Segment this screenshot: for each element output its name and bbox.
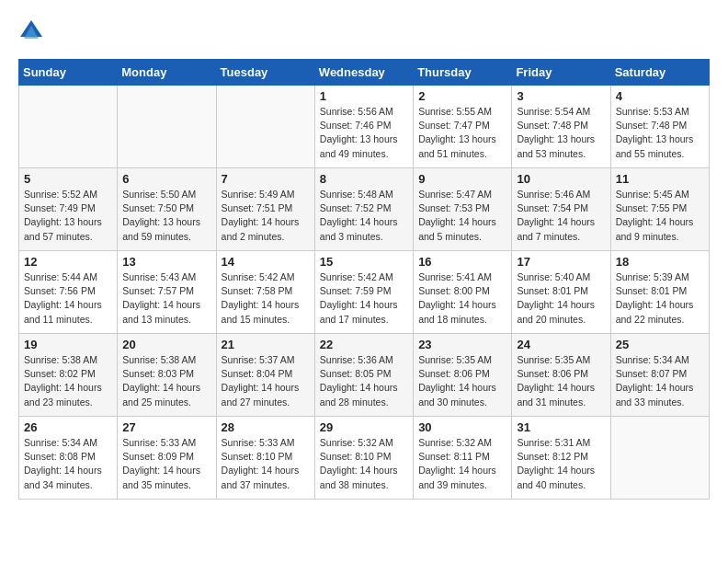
calendar-day-cell: 10Sunrise: 5:46 AMSunset: 7:54 PMDayligh…	[512, 168, 610, 251]
day-header-tuesday: Tuesday	[216, 60, 314, 86]
calendar-day-cell: 29Sunrise: 5:32 AMSunset: 8:10 PMDayligh…	[314, 417, 413, 500]
day-info: Sunrise: 5:56 AMSunset: 7:46 PMDaylight:…	[320, 105, 408, 161]
calendar-day-cell: 5Sunrise: 5:52 AMSunset: 7:49 PMDaylight…	[19, 168, 118, 251]
calendar-header-row: SundayMondayTuesdayWednesdayThursdayFrid…	[19, 60, 710, 86]
day-number: 2	[418, 89, 506, 103]
day-info: Sunrise: 5:48 AMSunset: 7:52 PMDaylight:…	[320, 188, 408, 244]
day-number: 29	[320, 420, 408, 434]
calendar-day-cell: 1Sunrise: 5:56 AMSunset: 7:46 PMDaylight…	[314, 86, 413, 168]
logo	[18, 18, 48, 44]
calendar-day-cell	[216, 86, 314, 168]
day-number: 30	[418, 420, 506, 434]
calendar-week-row: 12Sunrise: 5:44 AMSunset: 7:56 PMDayligh…	[19, 251, 710, 334]
calendar-day-cell: 16Sunrise: 5:41 AMSunset: 8:00 PMDayligh…	[414, 251, 512, 334]
day-number: 14	[222, 255, 310, 269]
day-number: 9	[418, 172, 506, 186]
calendar-day-cell: 30Sunrise: 5:32 AMSunset: 8:11 PMDayligh…	[414, 417, 512, 500]
day-info: Sunrise: 5:47 AMSunset: 7:53 PMDaylight:…	[418, 188, 506, 244]
day-number: 24	[517, 338, 605, 351]
day-number: 23	[418, 338, 506, 351]
calendar-day-cell: 3Sunrise: 5:54 AMSunset: 7:48 PMDaylight…	[512, 86, 610, 168]
day-info: Sunrise: 5:53 AMSunset: 7:48 PMDaylight:…	[616, 105, 704, 161]
day-info: Sunrise: 5:41 AMSunset: 8:00 PMDaylight:…	[418, 270, 506, 327]
calendar-day-cell: 28Sunrise: 5:33 AMSunset: 8:10 PMDayligh…	[216, 417, 314, 500]
calendar-week-row: 5Sunrise: 5:52 AMSunset: 7:49 PMDaylight…	[19, 168, 710, 251]
calendar-day-cell: 31Sunrise: 5:31 AMSunset: 8:12 PMDayligh…	[512, 417, 610, 500]
day-header-friday: Friday	[512, 60, 610, 86]
day-info: Sunrise: 5:45 AMSunset: 7:55 PMDaylight:…	[616, 188, 704, 244]
day-info: Sunrise: 5:40 AMSunset: 8:01 PMDaylight:…	[517, 270, 605, 327]
calendar-day-cell: 2Sunrise: 5:55 AMSunset: 7:47 PMDaylight…	[414, 86, 512, 168]
calendar-week-row: 1Sunrise: 5:56 AMSunset: 7:46 PMDaylight…	[19, 86, 710, 168]
calendar-day-cell: 6Sunrise: 5:50 AMSunset: 7:50 PMDaylight…	[118, 168, 216, 251]
day-number: 5	[24, 172, 112, 186]
day-number: 25	[616, 338, 704, 351]
day-info: Sunrise: 5:33 AMSunset: 8:10 PMDaylight:…	[222, 436, 310, 492]
day-number: 8	[320, 172, 408, 186]
calendar-day-cell: 19Sunrise: 5:38 AMSunset: 8:02 PMDayligh…	[19, 334, 118, 417]
day-info: Sunrise: 5:44 AMSunset: 7:56 PMDaylight:…	[24, 270, 112, 327]
day-info: Sunrise: 5:38 AMSunset: 8:02 PMDaylight:…	[24, 353, 112, 409]
day-info: Sunrise: 5:34 AMSunset: 8:07 PMDaylight:…	[616, 353, 704, 409]
logo-icon	[18, 18, 44, 44]
day-info: Sunrise: 5:34 AMSunset: 8:08 PMDaylight:…	[24, 436, 112, 492]
calendar-day-cell: 15Sunrise: 5:42 AMSunset: 7:59 PMDayligh…	[314, 251, 413, 334]
day-number: 22	[320, 338, 408, 351]
calendar-day-cell: 12Sunrise: 5:44 AMSunset: 7:56 PMDayligh…	[19, 251, 118, 334]
calendar-day-cell: 7Sunrise: 5:49 AMSunset: 7:51 PMDaylight…	[216, 168, 314, 251]
day-info: Sunrise: 5:42 AMSunset: 7:58 PMDaylight:…	[222, 270, 310, 327]
day-info: Sunrise: 5:52 AMSunset: 7:49 PMDaylight:…	[24, 188, 112, 244]
day-number: 4	[616, 89, 704, 103]
calendar-day-cell: 17Sunrise: 5:40 AMSunset: 8:01 PMDayligh…	[512, 251, 610, 334]
calendar-day-cell: 9Sunrise: 5:47 AMSunset: 7:53 PMDaylight…	[414, 168, 512, 251]
day-info: Sunrise: 5:32 AMSunset: 8:11 PMDaylight:…	[418, 436, 506, 492]
calendar-day-cell: 27Sunrise: 5:33 AMSunset: 8:09 PMDayligh…	[118, 417, 216, 500]
day-number: 31	[517, 420, 605, 434]
day-info: Sunrise: 5:50 AMSunset: 7:50 PMDaylight:…	[122, 188, 210, 244]
day-header-saturday: Saturday	[610, 60, 709, 86]
calendar-day-cell: 23Sunrise: 5:35 AMSunset: 8:06 PMDayligh…	[414, 334, 512, 417]
day-header-wednesday: Wednesday	[314, 60, 413, 86]
calendar-day-cell	[610, 417, 709, 500]
day-number: 3	[517, 89, 605, 103]
day-number: 1	[320, 89, 408, 103]
calendar-day-cell: 26Sunrise: 5:34 AMSunset: 8:08 PMDayligh…	[19, 417, 118, 500]
calendar-day-cell: 13Sunrise: 5:43 AMSunset: 7:57 PMDayligh…	[118, 251, 216, 334]
day-info: Sunrise: 5:38 AMSunset: 8:03 PMDaylight:…	[122, 353, 210, 409]
day-info: Sunrise: 5:37 AMSunset: 8:04 PMDaylight:…	[222, 353, 310, 409]
day-info: Sunrise: 5:36 AMSunset: 8:05 PMDaylight:…	[320, 353, 408, 409]
calendar-week-row: 19Sunrise: 5:38 AMSunset: 8:02 PMDayligh…	[19, 334, 710, 417]
day-number: 27	[122, 420, 210, 434]
day-info: Sunrise: 5:54 AMSunset: 7:48 PMDaylight:…	[517, 105, 605, 161]
day-number: 19	[24, 338, 112, 351]
day-number: 17	[517, 255, 605, 269]
calendar-day-cell: 14Sunrise: 5:42 AMSunset: 7:58 PMDayligh…	[216, 251, 314, 334]
day-header-monday: Monday	[118, 60, 216, 86]
calendar-day-cell: 21Sunrise: 5:37 AMSunset: 8:04 PMDayligh…	[216, 334, 314, 417]
day-info: Sunrise: 5:43 AMSunset: 7:57 PMDaylight:…	[122, 270, 210, 327]
day-info: Sunrise: 5:42 AMSunset: 7:59 PMDaylight:…	[320, 270, 408, 327]
day-number: 18	[616, 255, 704, 269]
day-number: 21	[222, 338, 310, 351]
day-info: Sunrise: 5:33 AMSunset: 8:09 PMDaylight:…	[122, 436, 210, 492]
day-number: 26	[24, 420, 112, 434]
calendar-day-cell: 20Sunrise: 5:38 AMSunset: 8:03 PMDayligh…	[118, 334, 216, 417]
day-number: 11	[616, 172, 704, 186]
day-info: Sunrise: 5:35 AMSunset: 8:06 PMDaylight:…	[517, 353, 605, 409]
day-number: 13	[122, 255, 210, 269]
day-info: Sunrise: 5:32 AMSunset: 8:10 PMDaylight:…	[320, 436, 408, 492]
day-info: Sunrise: 5:55 AMSunset: 7:47 PMDaylight:…	[418, 105, 506, 161]
calendar-week-row: 26Sunrise: 5:34 AMSunset: 8:08 PMDayligh…	[19, 417, 710, 500]
day-header-sunday: Sunday	[19, 60, 118, 86]
day-info: Sunrise: 5:31 AMSunset: 8:12 PMDaylight:…	[517, 436, 605, 492]
day-info: Sunrise: 5:35 AMSunset: 8:06 PMDaylight:…	[418, 353, 506, 409]
day-number: 15	[320, 255, 408, 269]
calendar-day-cell: 4Sunrise: 5:53 AMSunset: 7:48 PMDaylight…	[610, 86, 709, 168]
calendar-day-cell	[118, 86, 216, 168]
calendar-day-cell: 25Sunrise: 5:34 AMSunset: 8:07 PMDayligh…	[610, 334, 709, 417]
day-info: Sunrise: 5:39 AMSunset: 8:01 PMDaylight:…	[616, 270, 704, 327]
day-number: 12	[24, 255, 112, 269]
calendar-day-cell: 24Sunrise: 5:35 AMSunset: 8:06 PMDayligh…	[512, 334, 610, 417]
day-info: Sunrise: 5:46 AMSunset: 7:54 PMDaylight:…	[517, 188, 605, 244]
calendar-day-cell: 18Sunrise: 5:39 AMSunset: 8:01 PMDayligh…	[610, 251, 709, 334]
